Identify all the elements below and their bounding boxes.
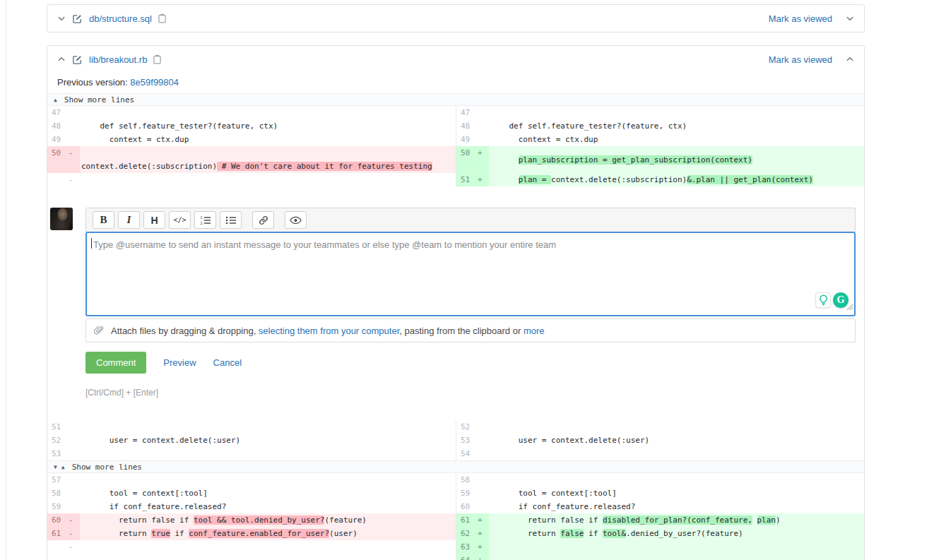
page-left-rule (6, 0, 6, 560)
markdown-toolbar: B I H </> 12 (85, 208, 856, 232)
chevron-down-icon[interactable] (57, 14, 66, 23)
line-number-gutter[interactable]: 47 (456, 106, 489, 119)
diff-row: 48 def self.feature_tester?(feature, ctx… (456, 119, 864, 133)
bold-button[interactable]: B (93, 211, 114, 229)
svg-text:2: 2 (200, 221, 202, 225)
line-number-gutter[interactable]: 53 (47, 447, 80, 460)
diff-row: 52 user = context.delete(:user) (47, 434, 456, 447)
line-number-gutter[interactable]: 54 (456, 447, 489, 460)
attach-more-link[interactable]: more (524, 326, 545, 336)
show-more-lines-bar-middle[interactable]: ▼ ▲ Show more lines (47, 460, 864, 473)
line-number-gutter[interactable]: 64+ (456, 554, 489, 560)
code-line: def self.feature_tester?(feature, ctx) (80, 119, 456, 133)
diff-row: - (47, 540, 456, 554)
diff-table-top: 4748 def self.feature_tester?(feature, c… (47, 106, 864, 186)
code-line: if conf_feature.released? (489, 500, 864, 513)
line-number-gutter[interactable]: 58 (47, 487, 80, 500)
diff-row: 49 context = ctx.dup (47, 133, 456, 146)
previous-version: Previous version: 8e59f99804 (47, 73, 864, 93)
diff-row: 57 (47, 473, 456, 487)
code-line (489, 540, 864, 554)
preview-eye-button[interactable] (285, 211, 307, 229)
code-line (489, 473, 864, 487)
previous-version-link[interactable]: 8e59f99804 (130, 77, 179, 88)
diff-row (47, 554, 456, 560)
line-number-gutter[interactable]: 53 (456, 434, 489, 447)
line-number-gutter[interactable]: 48 (47, 119, 80, 133)
chevron-up-icon[interactable] (57, 55, 66, 64)
clipboard-icon[interactable] (158, 13, 166, 23)
edit-icon[interactable] (72, 13, 83, 24)
line-number-gutter[interactable]: 61- (47, 527, 80, 540)
file-name-link[interactable]: db/structure.sql (89, 13, 152, 24)
clipboard-icon[interactable] (153, 54, 161, 64)
resize-handle-icon[interactable] (846, 301, 853, 314)
code-line (489, 420, 864, 434)
heading-button[interactable]: H (143, 211, 165, 229)
cancel-button[interactable]: Cancel (213, 357, 242, 368)
select-from-computer-link[interactable]: selecting them from your computer (259, 326, 399, 336)
line-number-gutter[interactable]: 52 (47, 434, 80, 447)
code-line (80, 447, 456, 460)
code-line: return false if disabled_for_plan?(conf_… (489, 513, 864, 527)
edit-icon[interactable] (72, 54, 83, 65)
line-number-gutter[interactable]: 49 (456, 133, 489, 146)
line-number-gutter[interactable]: 60- (47, 513, 80, 527)
triangle-up-icon: ▲ (61, 464, 65, 470)
code-line: return false if tool&.denied_by_user?(fe… (489, 527, 864, 540)
attach-middle: , pasting from the clipboard or (399, 326, 524, 336)
grammarly-widget: G (815, 292, 849, 308)
line-number-gutter[interactable]: 50- (47, 146, 80, 173)
preview-button[interactable]: Preview (163, 357, 196, 368)
diff-table-bottom: 5758 tool = context[:tool]59 if conf_fea… (47, 473, 864, 560)
triangle-up-icon: ▲ (54, 97, 57, 103)
chevron-down-icon[interactable] (846, 14, 854, 23)
line-number-gutter[interactable]: 47 (47, 106, 80, 119)
diff-right-column: 5859 tool = context[:tool]60 if conf_fea… (456, 473, 864, 560)
line-number-gutter[interactable]: 49 (47, 133, 80, 146)
mark-as-viewed-link[interactable]: Mark as viewed (769, 13, 832, 24)
code-line: def self.feature_tester?(feature, ctx) (489, 119, 864, 133)
ordered-list-button[interactable]: 12 (194, 211, 216, 229)
code-line: context = ctx.dup (80, 133, 456, 146)
diff-row: 51+ plan = context.delete(:subscription)… (456, 173, 864, 186)
line-number-gutter[interactable]: 52 (456, 420, 489, 434)
code-button[interactable]: </> (169, 211, 191, 229)
diff-table-middle: 5152 user = context.delete(:user)53 5253… (47, 420, 864, 460)
previous-version-label: Previous version: (57, 77, 128, 88)
diff-left-column: 5758 tool = context[:tool]59 if conf_fea… (47, 473, 456, 560)
line-number-gutter[interactable]: 61+ (456, 513, 489, 527)
link-button[interactable] (252, 211, 274, 229)
comment-button[interactable]: Comment (85, 352, 146, 374)
comment-textarea[interactable] (85, 232, 856, 316)
mark-as-viewed-link[interactable]: Mark as viewed (769, 54, 832, 65)
line-number-gutter[interactable]: 51+ (456, 173, 489, 186)
file-name-link[interactable]: lib/breakout.rb (89, 54, 147, 65)
line-number-gutter[interactable]: 58 (456, 473, 489, 487)
diff-row: 62+ return false if tool&.denied_by_user… (456, 527, 864, 540)
diff-row: 60- return false if tool && tool.denied_… (47, 513, 456, 527)
code-line: tool = context[:tool] (80, 487, 456, 500)
line-number-gutter[interactable]: 60 (456, 500, 489, 513)
chevron-up-icon[interactable] (846, 55, 854, 64)
grammarly-suggestion-icon[interactable] (815, 292, 831, 308)
line-number-gutter[interactable]: 63+ (456, 540, 489, 554)
diff-row: 61+ return false if disabled_for_plan?(c… (456, 513, 864, 527)
line-number-gutter[interactable]: 50+ (456, 146, 489, 173)
diff-row: 64+ (456, 554, 864, 560)
line-number-gutter[interactable]: 48 (456, 119, 489, 133)
line-number-gutter[interactable]: 62+ (456, 527, 489, 540)
line-number-gutter[interactable]: 59 (47, 500, 80, 513)
diff-row: 58 tool = context[:tool] (47, 487, 456, 500)
line-number-gutter[interactable]: 51 (47, 420, 80, 434)
diff-row: 59 if conf_feature.released? (47, 500, 456, 513)
file-header: lib/breakout.rb Mark as viewed (47, 46, 864, 73)
diff-row: 60 if conf_feature.released? (456, 500, 864, 513)
code-line (80, 540, 456, 554)
line-number-gutter[interactable]: 59 (456, 487, 489, 500)
line-number-gutter[interactable]: 57 (47, 473, 80, 487)
italic-button[interactable]: I (118, 211, 140, 229)
unordered-list-button[interactable] (220, 211, 242, 229)
show-more-lines-bar-top[interactable]: ▲ Show more lines (47, 93, 864, 106)
diff-row: 52 (456, 420, 864, 434)
